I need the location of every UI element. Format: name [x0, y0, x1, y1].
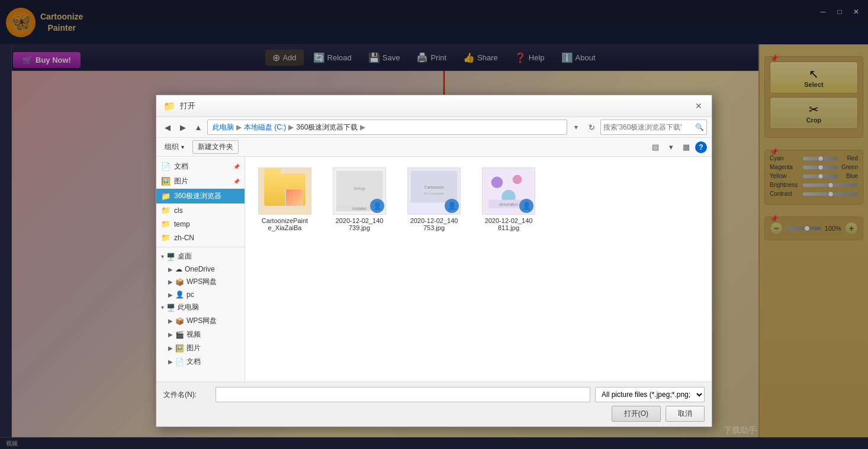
img2-name: 2020-12-02_140753.jpg [410, 217, 458, 231]
dialog-overlay: 📁 打开 ✕ ◀ ▶ ▲ 此电脑 ▶ 本地磁盘 (C:) ▶ 360极速浏览器下… [0, 0, 868, 449]
folder-360-icon: 📁 [161, 192, 171, 201]
filename-row: 文件名(N): All picture files (*.jpeg;*.png; [163, 387, 705, 402]
file-item-img1[interactable]: Setup Installer 👤 2020-12-02_140739.jpg [327, 164, 392, 235]
svg-text:Cartoonize: Cartoonize [424, 185, 443, 189]
nav-back-button[interactable]: ◀ [161, 121, 174, 134]
filename-input[interactable] [216, 387, 590, 402]
thispc-icon: 🖥️ [166, 303, 175, 312]
new-folder-button[interactable]: 新建文件夹 [192, 140, 239, 154]
onedrive-icon: ☁ [175, 265, 182, 273]
address-part-drive[interactable]: 本地磁盘 (C:) [244, 122, 286, 133]
sidebar-item-wpsdisk[interactable]: ▶ 📦 WPS网盘 [156, 275, 245, 289]
sidebar-item-pc[interactable]: ▶ 👤 pc [156, 289, 245, 301]
sidebar-item-documents[interactable]: 📄 文档 📌 [156, 159, 245, 174]
folder-cls-icon: 📁 [161, 206, 171, 215]
dialog-close-button[interactable]: ✕ [693, 100, 705, 112]
wps2-icon: 📦 [175, 317, 184, 325]
sidebar-item-videos[interactable]: ▶ 🎬 视频 [156, 328, 245, 341]
dialog-titlebar: 📁 打开 ✕ [156, 95, 712, 117]
img3-badge: 👤 [519, 199, 533, 213]
sidebar-group-desktop[interactable]: ▾ 🖥️ 桌面 [156, 250, 245, 263]
sidebar-item-360browser[interactable]: 📁 360极速浏览器 [156, 189, 245, 203]
dialog-title-text: 打开 [180, 101, 195, 111]
folder-temp-icon: 📁 [161, 219, 171, 228]
search-box[interactable]: 🔍 [600, 119, 707, 135]
svg-text:for Computer: for Computer [424, 192, 444, 195]
img1-thumbnail: Setup Installer 👤 [333, 167, 386, 215]
sidebar-group-thispc[interactable]: ▾ 🖥️ 此电脑 [156, 301, 245, 314]
nav-forward-button[interactable]: ▶ [176, 121, 189, 134]
dialog-toolbar2: 组织 ▾ 新建文件夹 ▤ ▾ ▦ ? [156, 138, 712, 157]
sidebar-item-docs[interactable]: ▶ 📄 文档 [156, 355, 245, 369]
videos-icon: 🎬 [175, 331, 184, 339]
dialog-addressbar: ◀ ▶ ▲ 此电脑 ▶ 本地磁盘 (C:) ▶ 360极速浏览器下载 ▶ ▾ ↻… [156, 117, 712, 138]
pics-icon: 🖼️ [175, 344, 184, 353]
img3-thumbnail: decoration 👤 [482, 167, 535, 215]
open-file-dialog: 📁 打开 ✕ ◀ ▶ ▲ 此电脑 ▶ 本地磁盘 (C:) ▶ 360极速浏览器下… [156, 95, 712, 427]
address-parts: 此电脑 ▶ 本地磁盘 (C:) ▶ 360极速浏览器下载 ▶ [213, 122, 367, 133]
svg-text:Installer: Installer [352, 206, 367, 211]
img2-thumbnail: Cartoonize for Computer 👤 [407, 167, 461, 215]
pc-icon: 👤 [175, 290, 184, 299]
docs-icon: 📄 [175, 358, 184, 366]
file-content-area: CartoonizePainte_XiaZaiBa Setup Installe… [245, 157, 712, 382]
file-item-img3[interactable]: decoration 👤 2020-12-02_140811.jpg [476, 164, 541, 235]
dialog-body: 📄 文档 📌 🖼️ 图片 📌 📁 360极速浏览器 📁 cls [156, 157, 712, 382]
cancel-button[interactable]: 取消 [666, 406, 705, 422]
details-button[interactable]: ▦ [680, 141, 693, 154]
svg-point-13 [513, 175, 522, 185]
dialog-footer: 文件名(N): All picture files (*.jpeg;*.png;… [156, 382, 712, 427]
desktop-icon: 🖥️ [166, 253, 175, 261]
bottom-bar: 视频 [0, 437, 868, 449]
dialog-buttons: 打开(O) 取消 [163, 406, 705, 422]
toolbar2-right: ▤ ▾ ▦ ? [649, 141, 707, 154]
address-part-current: 360极速浏览器下载 [296, 122, 358, 133]
img2-badge: 👤 [445, 199, 459, 213]
img1-badge: 👤 [370, 199, 384, 213]
help-circle-button[interactable]: ? [695, 141, 707, 153]
sidebar-item-zhcn[interactable]: 📁 zh-CN [156, 231, 245, 244]
img1-name: 2020-12-02_140739.jpg [336, 217, 384, 231]
nav-up-button[interactable]: ▲ [192, 121, 205, 134]
folder-thumbnail [258, 167, 311, 215]
organize-button[interactable]: 组织 ▾ [161, 141, 188, 153]
sidebar-item-pics[interactable]: ▶ 🖼️ 图片 [156, 341, 245, 355]
address-part-pc[interactable]: 此电脑 [213, 122, 234, 133]
sidebar-item-pictures[interactable]: 🖼️ 图片 📌 [156, 174, 245, 189]
view-dropdown-button[interactable]: ▾ [664, 141, 677, 154]
open-button[interactable]: 打开(O) [612, 406, 661, 422]
view-mode-button[interactable]: ▤ [649, 141, 662, 154]
sidebar-item-wps2[interactable]: ▶ 📦 WPS网盘 [156, 314, 245, 328]
dialog-folder-icon: 📁 [163, 101, 175, 112]
svg-text:Setup: Setup [353, 186, 366, 191]
svg-text:decoration: decoration [499, 202, 518, 206]
documents-icon: 📄 [161, 162, 171, 171]
file-item-img2[interactable]: Cartoonize for Computer 👤 2020-12-02_140… [401, 164, 467, 235]
address-dropdown-button[interactable]: ▾ [570, 121, 583, 134]
wps-icon: 📦 [175, 278, 184, 286]
search-input[interactable] [603, 123, 695, 131]
search-icon: 🔍 [695, 123, 704, 131]
sidebar-item-cls[interactable]: 📁 cls [156, 203, 245, 217]
refresh-button[interactable]: ↻ [585, 121, 598, 134]
sidebar-item-onedrive[interactable]: ▶ ☁ OneDrive [156, 263, 245, 275]
toolbar2-left: 组织 ▾ 新建文件夹 [161, 140, 239, 154]
filetype-select[interactable]: All picture files (*.jpeg;*.png; [595, 387, 705, 402]
pictures-icon: 🖼️ [161, 177, 171, 186]
bottom-status: 视频 [6, 440, 18, 448]
dialog-sidebar: 📄 文档 📌 🖼️ 图片 📌 📁 360极速浏览器 📁 cls [156, 157, 245, 382]
img3-name: 2020-12-02_140811.jpg [485, 217, 533, 231]
file-item-folder[interactable]: CartoonizePainte_XiaZaiBa [252, 164, 317, 235]
organize-dropdown-icon: ▾ [181, 144, 184, 150]
dialog-title: 📁 打开 [163, 101, 195, 112]
folder-zhcn-icon: 📁 [161, 233, 171, 242]
sidebar-item-temp[interactable]: 📁 temp [156, 217, 245, 231]
svg-point-12 [491, 177, 503, 189]
filename-label: 文件名(N): [163, 390, 211, 400]
address-bar[interactable]: 此电脑 ▶ 本地磁盘 (C:) ▶ 360极速浏览器下载 ▶ [207, 119, 567, 135]
folder-name: CartoonizePainte_XiaZaiBa [262, 217, 308, 231]
